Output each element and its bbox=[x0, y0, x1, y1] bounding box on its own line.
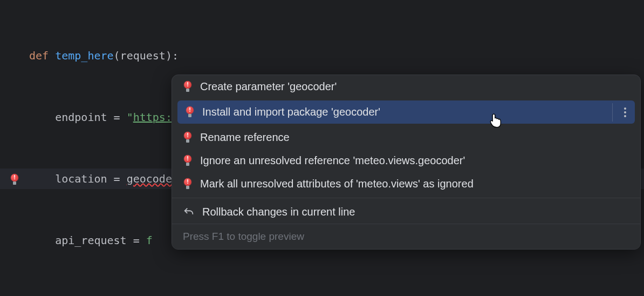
keyword-def: def bbox=[29, 49, 55, 62]
separator bbox=[172, 198, 640, 198]
svg-point-0 bbox=[624, 107, 626, 110]
popup-footer-hint: Press F1 to toggle preview bbox=[172, 224, 640, 249]
quick-fix-item-rename-reference[interactable]: ! Rename reference bbox=[172, 126, 640, 149]
quick-fix-item-rollback[interactable]: Rollback changes in current line bbox=[172, 200, 640, 224]
code-line[interactable]: def temp_here(request): bbox=[0, 45, 644, 66]
quick-fix-popup: ! Create parameter 'geocoder' ! Install … bbox=[172, 75, 641, 250]
code-line[interactable]: meteo_data = re bbox=[0, 292, 644, 296]
quick-fix-label: Create parameter 'geocoder' bbox=[200, 80, 337, 93]
error-bulb-icon: ! bbox=[183, 132, 193, 144]
error-bulb-icon: ! bbox=[183, 155, 193, 167]
quick-fix-label: Ignore an unresolved reference 'meteo.vi… bbox=[200, 154, 465, 167]
quick-fix-label: Rollback changes in current line bbox=[202, 206, 355, 218]
quick-fix-item-mark-all-ignored[interactable]: ! Mark all unresolved attributes of 'met… bbox=[172, 172, 640, 196]
error-bulb-icon: ! bbox=[185, 106, 195, 118]
unresolved-reference[interactable]: geocoder bbox=[127, 172, 179, 185]
error-bulb-icon: ! bbox=[183, 81, 193, 93]
error-bulb-icon: ! bbox=[183, 178, 193, 190]
svg-point-1 bbox=[624, 111, 626, 113]
svg-point-2 bbox=[624, 115, 626, 117]
quick-fix-label: Mark all unresolved attributes of 'meteo… bbox=[200, 178, 474, 190]
function-name: temp_here bbox=[55, 49, 113, 62]
mouse-cursor-icon bbox=[488, 113, 503, 129]
quick-fix-label: Install and import package 'geocoder' bbox=[202, 106, 380, 118]
quick-fix-label: Rename reference bbox=[200, 131, 290, 144]
more-options-icon[interactable] bbox=[612, 103, 631, 122]
quick-fix-item-create-parameter[interactable]: ! Create parameter 'geocoder' bbox=[172, 75, 640, 98]
quick-fix-item-ignore-unresolved[interactable]: ! Ignore an unresolved reference 'meteo.… bbox=[172, 149, 640, 172]
undo-icon bbox=[183, 206, 195, 218]
quick-fix-item-install-import[interactable]: ! Install and import package 'geocoder' bbox=[177, 100, 635, 124]
params: (request): bbox=[114, 49, 179, 62]
error-bulb-icon[interactable]: ! bbox=[10, 174, 19, 186]
